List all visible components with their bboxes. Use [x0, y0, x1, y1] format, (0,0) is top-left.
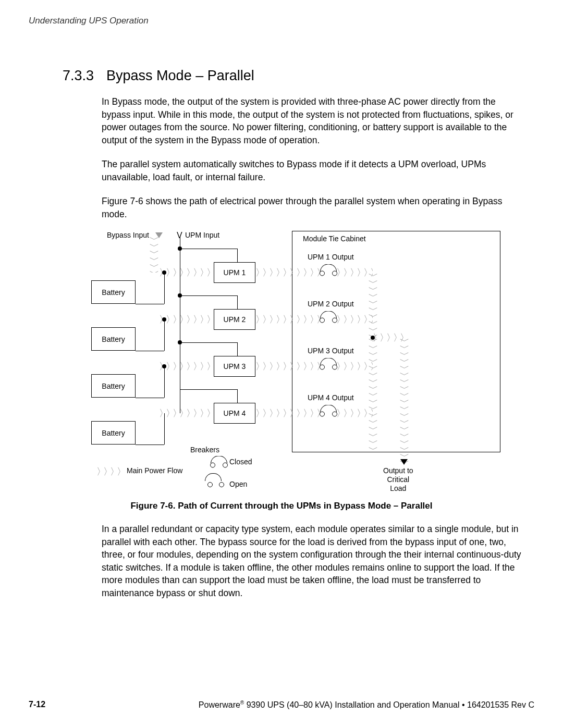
section-number: 7.3.3 — [63, 68, 94, 84]
chevron-down-icon: V — [177, 231, 182, 240]
flow-tie-bus-b — [368, 338, 378, 450]
node-dot — [371, 336, 375, 340]
footer-brand: Powerware — [199, 700, 240, 709]
node-dot — [178, 340, 182, 344]
line — [237, 249, 238, 262]
upm-2-box: UPM 2 — [214, 309, 255, 330]
page-footer: 7-12 Powerware® 9390 UPS (40–80 kVA) Ins… — [29, 700, 534, 710]
flow-upm3-in — [159, 361, 214, 372]
line — [136, 445, 164, 445]
flow-upm1-in — [159, 267, 214, 278]
line — [136, 351, 164, 351]
legend-closed-symbol — [210, 456, 228, 468]
chevron-down-icon — [155, 232, 163, 238]
flow-upm2-out — [255, 314, 323, 325]
line — [180, 249, 237, 249]
breaker-upm1 — [320, 264, 337, 276]
footer-line: Powerware® 9390 UPS (40–80 kVA) Installa… — [199, 700, 534, 710]
upm-4-label: UPM 4 — [224, 409, 246, 417]
breaker-upm3 — [320, 358, 337, 370]
label-closed: Closed — [229, 458, 252, 466]
flow-upm1-out — [255, 267, 323, 278]
label-upm4-out: UPM 4 Output — [308, 393, 354, 402]
label-open: Open — [229, 480, 247, 488]
body-bottom: In a parallel redundant or capacity type… — [102, 523, 521, 599]
flow-output-down — [399, 338, 409, 463]
battery-1: Battery — [91, 280, 136, 304]
label-upm1-out: UPM 1 Output — [308, 253, 354, 261]
battery-2-label: Battery — [102, 335, 125, 343]
battery-3-label: Battery — [102, 382, 125, 390]
battery-1-label: Battery — [102, 288, 125, 297]
line — [237, 342, 238, 356]
battery-4-label: Battery — [102, 429, 125, 437]
section-header: 7.3.3 Bypass Mode – Parallel — [63, 68, 534, 84]
flow-upm4-in — [159, 408, 214, 418]
line — [237, 295, 238, 309]
line — [237, 389, 238, 403]
upm-1-box: UPM 1 — [214, 262, 255, 283]
section-title: Bypass Mode – Parallel — [106, 68, 254, 84]
paragraph-2: The parallel system automatically switch… — [102, 158, 521, 183]
open-circle-icon — [219, 482, 224, 487]
label-bypass-input: Bypass Input — [107, 231, 149, 239]
label-mtc: Module Tie Cabinet — [303, 235, 366, 243]
breaker-upm4 — [320, 405, 337, 417]
breaker-upm2 — [320, 311, 337, 323]
figure-7-6-diagram: Bypass Input UPM Input Module Tie Cabine… — [68, 231, 506, 491]
flow-upm2-in — [159, 314, 214, 325]
upm-3-label: UPM 3 — [224, 362, 246, 371]
flow-upm3-out — [255, 361, 323, 372]
label-breakers: Breakers — [190, 446, 219, 454]
legend-open-symbol — [205, 473, 222, 481]
paragraph-1: In Bypass mode, the output of the system… — [102, 95, 521, 146]
line — [136, 304, 164, 304]
label-upm2-out: UPM 2 Output — [308, 300, 354, 308]
battery-3: Battery — [91, 374, 136, 398]
paragraph-3: Figure 7-6 shows the path of electrical … — [102, 195, 521, 220]
node-dot — [162, 270, 166, 275]
node-dot — [162, 364, 166, 368]
label-critical-load: Output to Critical Load — [383, 466, 413, 492]
legend-flow-icon — [96, 466, 123, 477]
label-upm3-out: UPM 3 Output — [308, 347, 354, 355]
flow-upm4-out — [255, 408, 323, 418]
page-number: 7-12 — [29, 700, 45, 710]
line — [180, 295, 237, 296]
label-main-power-flow: Main Power Flow — [127, 466, 182, 475]
battery-4: Battery — [91, 421, 136, 445]
body-top: In Bypass mode, the output of the system… — [102, 95, 521, 220]
running-head: Understanding UPS Operation — [29, 16, 534, 26]
paragraph-4: In a parallel redundant or capacity type… — [102, 523, 521, 599]
upm-4-box: UPM 4 — [214, 403, 255, 424]
line-upm-input — [180, 236, 180, 413]
upm-3-box: UPM 3 — [214, 356, 255, 377]
line — [136, 398, 164, 398]
battery-2: Battery — [91, 327, 136, 351]
arrow-down-icon — [400, 459, 408, 465]
flow-bypass-in — [149, 236, 159, 273]
open-circle-icon — [207, 482, 213, 487]
node-dot — [162, 317, 166, 322]
node-dot — [178, 293, 182, 298]
flow-tie-bus-a — [368, 273, 378, 338]
line — [180, 389, 237, 390]
upm-1-label: UPM 1 — [224, 268, 246, 277]
figure-caption: Figure 7-6. Path of Current through the … — [29, 501, 534, 511]
page-root: Understanding UPS Operation 7.3.3 Bypass… — [0, 0, 563, 728]
label-upm-input: UPM Input — [185, 231, 219, 239]
node-dot — [178, 246, 182, 251]
upm-2-label: UPM 2 — [224, 315, 246, 324]
line — [180, 342, 237, 343]
footer-doc: 9390 UPS (40–80 kVA) Installation and Op… — [244, 700, 534, 709]
